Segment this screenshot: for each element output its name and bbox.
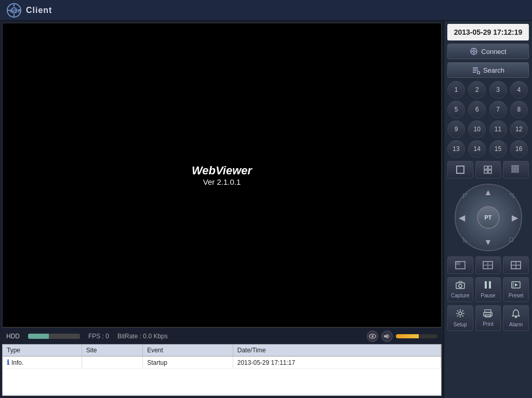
alarm-label: Alarm — [509, 322, 523, 327]
svg-rect-29 — [512, 168, 513, 170]
capture-button[interactable]: Capture — [447, 277, 473, 302]
search-icon — [472, 66, 480, 74]
table-row: ℹ Info. Startup 2013-05-29 17:11:17 — [3, 356, 441, 369]
left-area: WebViewer Ver 2.1.0.1 HDD FPS : 0 BitRat… — [0, 21, 444, 398]
svg-rect-32 — [512, 171, 513, 172]
pause-button[interactable]: Pause — [475, 277, 501, 302]
row-event: Startup — [143, 356, 233, 369]
numpad-btn-8[interactable]: 8 — [510, 101, 528, 118]
numpad-btn-16[interactable]: 16 — [510, 140, 528, 158]
ptz-wheel: ▲ ▼ ◀ ▶ ◸ ◹ ◺ ◻ PT — [455, 184, 522, 251]
ptz-downleft-button[interactable]: ◺ — [463, 236, 468, 243]
svg-rect-17 — [473, 70, 478, 71]
svg-rect-24 — [484, 170, 487, 173]
svg-point-46 — [459, 284, 462, 287]
setup-label: Setup — [454, 322, 467, 327]
svg-rect-18 — [473, 72, 476, 73]
numpad-btn-3[interactable]: 3 — [489, 81, 507, 99]
numpad-btn-5[interactable]: 5 — [447, 101, 465, 118]
numpad-btn-15[interactable]: 15 — [489, 140, 507, 158]
numpad-btn-4[interactable]: 4 — [510, 81, 528, 99]
print-icon — [483, 309, 493, 320]
numpad-btn-11[interactable]: 11 — [489, 120, 507, 138]
ptz-downright-button[interactable]: ◻ — [509, 236, 514, 243]
eye-icon[interactable] — [367, 331, 378, 342]
preset-button[interactable]: Preset — [503, 277, 529, 302]
info-icon: ℹ — [7, 359, 9, 366]
row-site — [82, 356, 142, 369]
svg-rect-31 — [517, 168, 518, 170]
svg-rect-47 — [459, 281, 462, 283]
connect-button[interactable]: Connect — [447, 44, 529, 59]
hdd-fill — [28, 334, 49, 339]
fps-label: FPS : 0 — [88, 333, 109, 340]
ptz-upleft-button[interactable]: ◸ — [463, 192, 468, 199]
ptz-left-button[interactable]: ◀ — [459, 213, 465, 223]
layout-4x4[interactable] — [503, 161, 529, 179]
hdd-bar — [28, 334, 80, 339]
numpad-btn-1[interactable]: 1 — [447, 81, 465, 99]
col-event: Event — [143, 345, 233, 356]
numpad-btn-12[interactable]: 12 — [510, 120, 528, 138]
screen-btn-2[interactable] — [475, 256, 501, 274]
layout-2x2[interactable] — [475, 161, 501, 179]
status-icons-right — [367, 331, 437, 342]
svg-point-8 — [371, 335, 374, 337]
video-watermark: WebViewer Ver 2.1.0.1 — [192, 164, 252, 186]
svg-rect-49 — [489, 281, 491, 289]
screen-btn-3[interactable] — [503, 256, 529, 274]
datetime-display: 2013-05-29 17:12:19 — [447, 24, 529, 40]
svg-point-55 — [459, 312, 462, 315]
ptz-down-button[interactable]: ▼ — [484, 238, 493, 247]
ptz-center-button[interactable]: PT — [477, 206, 500, 229]
volume-icon[interactable] — [381, 331, 393, 342]
numpad-btn-14[interactable]: 14 — [468, 140, 486, 158]
col-type: Type — [3, 345, 82, 356]
search-button[interactable]: Search — [447, 62, 529, 78]
volume-bar[interactable] — [396, 334, 437, 338]
svg-rect-22 — [484, 166, 487, 169]
watermark-title: WebViewer — [192, 164, 252, 177]
numpad-btn-10[interactable]: 10 — [468, 120, 486, 138]
svg-rect-16 — [473, 67, 478, 68]
alarm-button[interactable]: Alarm — [503, 305, 529, 331]
ptz-area: ▲ ▼ ◀ ▶ ◸ ◹ ◺ ◻ PT — [447, 182, 529, 253]
svg-rect-42 — [516, 262, 521, 265]
ptz-up-button[interactable]: ▲ — [484, 188, 493, 197]
connect-icon — [470, 47, 478, 56]
numpad-btn-7[interactable]: 7 — [489, 101, 507, 118]
svg-rect-28 — [517, 166, 518, 167]
svg-rect-41 — [511, 262, 516, 265]
app-title: Client — [26, 6, 52, 15]
layout-1x1[interactable] — [447, 161, 473, 179]
capture-icon — [456, 281, 465, 291]
ptz-upright-button[interactable]: ◹ — [509, 192, 514, 199]
numpad-btn-9[interactable]: 9 — [447, 120, 465, 138]
svg-rect-33 — [514, 171, 516, 172]
video-area: WebViewer Ver 2.1.0.1 — [2, 23, 442, 327]
setup-button[interactable]: Setup — [447, 305, 473, 331]
numpad-grid: 12345678910111213141516 — [447, 81, 529, 158]
preset-label: Preset — [509, 293, 524, 298]
status-bar: HDD FPS : 0 BitRate : 0.0 Kbps — [2, 327, 442, 344]
right-panel: 2013-05-29 17:12:19 Connect Search — [444, 21, 532, 398]
capture-label: Capture — [451, 293, 470, 298]
ptz-right-button[interactable]: ▶ — [512, 213, 518, 223]
svg-rect-26 — [512, 166, 513, 167]
pause-icon — [484, 281, 491, 291]
numpad-btn-13[interactable]: 13 — [447, 140, 465, 158]
screen-btn-1[interactable] — [447, 256, 473, 274]
action-buttons-row1: Capture Pause — [447, 277, 529, 302]
numpad-btn-6[interactable]: 6 — [468, 101, 486, 118]
svg-marker-9 — [384, 334, 388, 339]
numpad-btn-2[interactable]: 2 — [468, 81, 486, 99]
svg-rect-48 — [485, 281, 487, 289]
row-datetime: 2013-05-29 17:11:17 — [233, 356, 441, 369]
svg-rect-34 — [517, 171, 518, 172]
print-button[interactable]: Print — [475, 305, 501, 331]
volume-fill — [396, 334, 419, 338]
print-label: Print — [483, 321, 494, 327]
hdd-label: HDD — [6, 333, 20, 340]
alarm-icon — [512, 309, 520, 320]
main-layout: WebViewer Ver 2.1.0.1 HDD FPS : 0 BitRat… — [0, 21, 532, 398]
